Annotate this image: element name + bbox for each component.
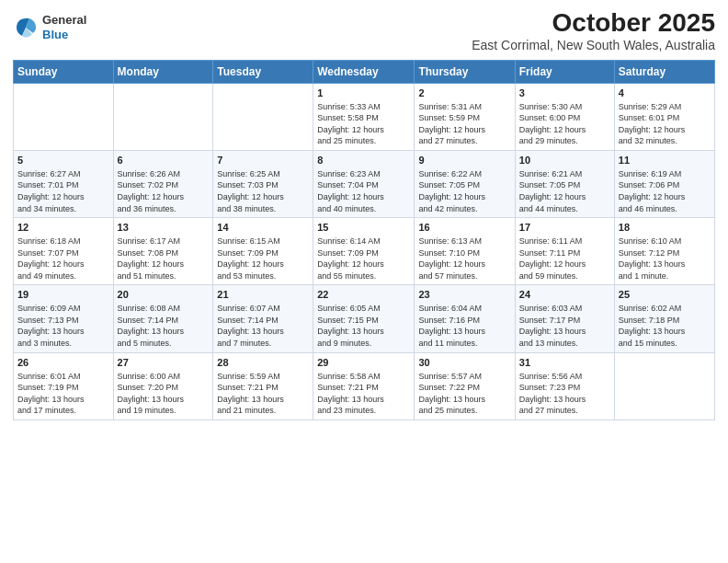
logo-text: General Blue xyxy=(42,13,86,41)
calendar-cell: 29Sunrise: 5:58 AM Sunset: 7:21 PM Dayli… xyxy=(313,352,415,419)
day-number: 2 xyxy=(418,86,510,100)
calendar-cell: 5Sunrise: 6:27 AM Sunset: 7:01 PM Daylig… xyxy=(14,151,114,218)
day-number: 14 xyxy=(217,221,309,235)
calendar-cell: 10Sunrise: 6:21 AM Sunset: 7:05 PM Dayli… xyxy=(515,151,614,218)
cell-info: Sunrise: 5:30 AM Sunset: 6:00 PM Dayligh… xyxy=(519,101,610,147)
cell-info: Sunrise: 6:05 AM Sunset: 7:15 PM Dayligh… xyxy=(317,303,410,349)
logo-icon xyxy=(13,15,39,40)
day-number: 28 xyxy=(217,356,309,370)
day-number: 19 xyxy=(17,288,109,302)
col-header-wednesday: Wednesday xyxy=(313,60,415,83)
calendar-cell: 22Sunrise: 6:05 AM Sunset: 7:15 PM Dayli… xyxy=(313,285,415,352)
calendar-cell: 4Sunrise: 5:29 AM Sunset: 6:01 PM Daylig… xyxy=(614,83,714,150)
day-number: 23 xyxy=(418,288,510,302)
calendar-cell: 24Sunrise: 6:03 AM Sunset: 7:17 PM Dayli… xyxy=(515,285,614,352)
day-number: 18 xyxy=(619,221,711,235)
page: General Blue October 2025 East Corrimal,… xyxy=(0,0,728,563)
cell-info: Sunrise: 6:13 AM Sunset: 7:10 PM Dayligh… xyxy=(418,236,510,282)
day-number: 1 xyxy=(317,86,410,100)
day-number: 12 xyxy=(17,221,109,235)
calendar-cell: 25Sunrise: 6:02 AM Sunset: 7:18 PM Dayli… xyxy=(614,285,714,352)
col-header-saturday: Saturday xyxy=(614,60,714,83)
day-number: 17 xyxy=(519,221,610,235)
calendar-cell: 26Sunrise: 6:01 AM Sunset: 7:19 PM Dayli… xyxy=(14,352,114,419)
cell-info: Sunrise: 6:03 AM Sunset: 7:17 PM Dayligh… xyxy=(519,303,610,349)
cell-info: Sunrise: 5:31 AM Sunset: 5:59 PM Dayligh… xyxy=(418,101,510,147)
cell-info: Sunrise: 6:00 AM Sunset: 7:20 PM Dayligh… xyxy=(118,371,210,417)
day-number: 27 xyxy=(118,356,210,370)
calendar-cell: 11Sunrise: 6:19 AM Sunset: 7:06 PM Dayli… xyxy=(614,151,714,218)
day-number: 7 xyxy=(217,154,309,167)
cell-info: Sunrise: 6:14 AM Sunset: 7:09 PM Dayligh… xyxy=(317,236,410,282)
week-row: 5Sunrise: 6:27 AM Sunset: 7:01 PM Daylig… xyxy=(14,151,715,218)
calendar-cell: 17Sunrise: 6:11 AM Sunset: 7:11 PM Dayli… xyxy=(515,218,614,285)
cell-info: Sunrise: 6:10 AM Sunset: 7:12 PM Dayligh… xyxy=(619,236,711,282)
calendar-cell: 3Sunrise: 5:30 AM Sunset: 6:00 PM Daylig… xyxy=(515,83,614,150)
cell-info: Sunrise: 6:01 AM Sunset: 7:19 PM Dayligh… xyxy=(17,371,109,417)
day-number: 10 xyxy=(519,154,610,167)
day-number: 22 xyxy=(317,288,410,302)
calendar-cell: 13Sunrise: 6:17 AM Sunset: 7:08 PM Dayli… xyxy=(113,218,213,285)
calendar-cell: 8Sunrise: 6:23 AM Sunset: 7:04 PM Daylig… xyxy=(313,151,415,218)
header: General Blue October 2025 East Corrimal,… xyxy=(13,9,715,52)
cell-info: Sunrise: 6:02 AM Sunset: 7:18 PM Dayligh… xyxy=(619,303,711,349)
day-number: 11 xyxy=(619,154,711,167)
day-number: 9 xyxy=(418,154,510,167)
calendar-cell: 19Sunrise: 6:09 AM Sunset: 7:13 PM Dayli… xyxy=(14,285,114,352)
week-row: 26Sunrise: 6:01 AM Sunset: 7:19 PM Dayli… xyxy=(14,352,715,419)
day-number: 8 xyxy=(317,154,410,167)
calendar-cell: 7Sunrise: 6:25 AM Sunset: 7:03 PM Daylig… xyxy=(213,151,313,218)
calendar-cell: 27Sunrise: 6:00 AM Sunset: 7:20 PM Dayli… xyxy=(113,352,213,419)
logo-general-text: General xyxy=(42,13,86,28)
day-number: 30 xyxy=(418,356,510,370)
calendar-cell: 31Sunrise: 5:56 AM Sunset: 7:23 PM Dayli… xyxy=(515,352,614,419)
calendar-cell: 15Sunrise: 6:14 AM Sunset: 7:09 PM Dayli… xyxy=(313,218,415,285)
cell-info: Sunrise: 6:11 AM Sunset: 7:11 PM Dayligh… xyxy=(519,236,610,282)
week-row: 19Sunrise: 6:09 AM Sunset: 7:13 PM Dayli… xyxy=(14,285,715,352)
cell-info: Sunrise: 6:15 AM Sunset: 7:09 PM Dayligh… xyxy=(217,236,309,282)
calendar-cell: 20Sunrise: 6:08 AM Sunset: 7:14 PM Dayli… xyxy=(113,285,213,352)
day-number: 16 xyxy=(418,221,510,235)
col-header-sunday: Sunday xyxy=(14,60,114,83)
header-row: SundayMondayTuesdayWednesdayThursdayFrid… xyxy=(14,60,715,83)
calendar-cell: 18Sunrise: 6:10 AM Sunset: 7:12 PM Dayli… xyxy=(614,218,714,285)
cell-info: Sunrise: 6:27 AM Sunset: 7:01 PM Dayligh… xyxy=(17,168,109,214)
calendar-subtitle: East Corrimal, New South Wales, Australi… xyxy=(472,38,715,52)
day-number: 24 xyxy=(519,288,610,302)
week-row: 1Sunrise: 5:33 AM Sunset: 5:58 PM Daylig… xyxy=(14,83,715,150)
calendar-cell: 16Sunrise: 6:13 AM Sunset: 7:10 PM Dayli… xyxy=(415,218,515,285)
cell-info: Sunrise: 6:25 AM Sunset: 7:03 PM Dayligh… xyxy=(217,168,309,214)
day-number: 21 xyxy=(217,288,309,302)
col-header-thursday: Thursday xyxy=(415,60,515,83)
calendar-cell: 12Sunrise: 6:18 AM Sunset: 7:07 PM Dayli… xyxy=(14,218,114,285)
cell-info: Sunrise: 6:26 AM Sunset: 7:02 PM Dayligh… xyxy=(118,168,210,214)
day-number: 20 xyxy=(118,288,210,302)
calendar-cell: 28Sunrise: 5:59 AM Sunset: 7:21 PM Dayli… xyxy=(213,352,313,419)
title-block: October 2025 East Corrimal, New South Wa… xyxy=(472,9,715,52)
cell-info: Sunrise: 6:23 AM Sunset: 7:04 PM Dayligh… xyxy=(317,168,410,214)
cell-info: Sunrise: 6:07 AM Sunset: 7:14 PM Dayligh… xyxy=(217,303,309,349)
cell-info: Sunrise: 6:22 AM Sunset: 7:05 PM Dayligh… xyxy=(418,168,510,214)
cell-info: Sunrise: 6:04 AM Sunset: 7:16 PM Dayligh… xyxy=(418,303,510,349)
day-number: 26 xyxy=(17,356,109,370)
logo: General Blue xyxy=(13,13,86,41)
cell-info: Sunrise: 6:09 AM Sunset: 7:13 PM Dayligh… xyxy=(17,303,109,349)
cell-info: Sunrise: 5:29 AM Sunset: 6:01 PM Dayligh… xyxy=(619,101,711,147)
calendar-cell: 30Sunrise: 5:57 AM Sunset: 7:22 PM Dayli… xyxy=(415,352,515,419)
calendar-cell: 2Sunrise: 5:31 AM Sunset: 5:59 PM Daylig… xyxy=(415,83,515,150)
week-row: 12Sunrise: 6:18 AM Sunset: 7:07 PM Dayli… xyxy=(14,218,715,285)
col-header-monday: Monday xyxy=(113,60,213,83)
day-number: 4 xyxy=(619,86,711,100)
cell-info: Sunrise: 5:33 AM Sunset: 5:58 PM Dayligh… xyxy=(317,101,410,147)
cell-info: Sunrise: 6:19 AM Sunset: 7:06 PM Dayligh… xyxy=(619,168,711,214)
col-header-friday: Friday xyxy=(515,60,614,83)
cell-info: Sunrise: 6:08 AM Sunset: 7:14 PM Dayligh… xyxy=(118,303,210,349)
calendar-cell: 23Sunrise: 6:04 AM Sunset: 7:16 PM Dayli… xyxy=(415,285,515,352)
day-number: 15 xyxy=(317,221,410,235)
cell-info: Sunrise: 5:58 AM Sunset: 7:21 PM Dayligh… xyxy=(317,371,410,417)
calendar-cell: 14Sunrise: 6:15 AM Sunset: 7:09 PM Dayli… xyxy=(213,218,313,285)
cell-info: Sunrise: 6:21 AM Sunset: 7:05 PM Dayligh… xyxy=(519,168,610,214)
calendar-title: October 2025 xyxy=(472,9,715,38)
cell-info: Sunrise: 5:56 AM Sunset: 7:23 PM Dayligh… xyxy=(519,371,610,417)
day-number: 3 xyxy=(519,86,610,100)
